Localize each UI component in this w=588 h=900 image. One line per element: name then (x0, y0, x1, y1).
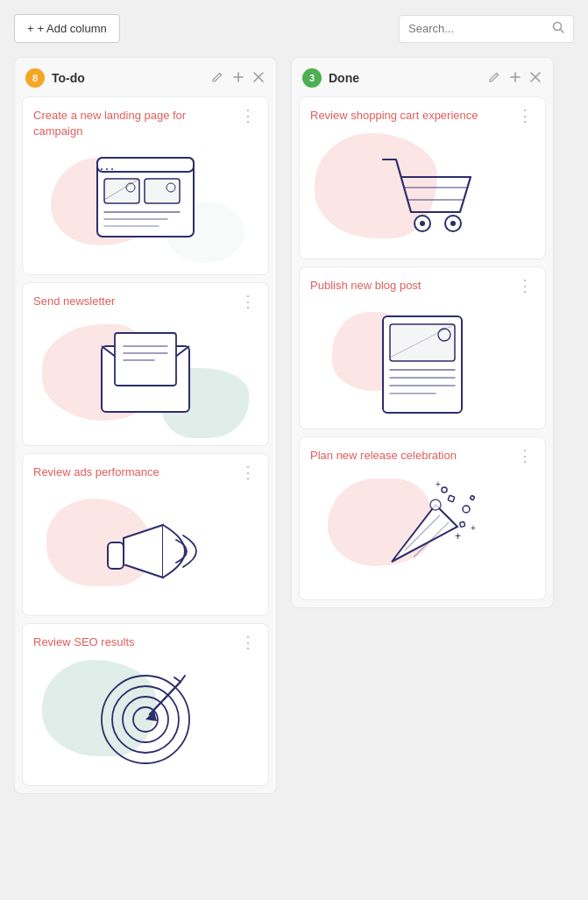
card-menu-button[interactable]: ⋮ (515, 108, 535, 124)
add-card-todo-button[interactable] (230, 69, 246, 87)
card-title: Review SEO results (33, 634, 238, 650)
svg-rect-55 (460, 521, 465, 527)
svg-point-61 (430, 500, 441, 510)
card-landing-page[interactable]: Create a new landing page for campaign ⋮ (22, 96, 269, 275)
card-seo[interactable]: Review SEO results ⋮ (22, 623, 269, 786)
svg-rect-53 (448, 495, 455, 502)
card-illustration-blog (310, 299, 535, 422)
top-bar: + + Add column (14, 14, 574, 43)
svg-text:+: + (436, 479, 441, 489)
search-box (399, 15, 574, 43)
columns-container: 8 To-do (14, 57, 574, 794)
todo-title: To-do (52, 71, 202, 85)
svg-text:+: + (471, 523, 476, 533)
todo-badge: 8 (25, 68, 45, 88)
close-column-done-button[interactable] (528, 70, 542, 86)
add-column-label: + Add column (38, 22, 107, 35)
svg-line-1 (561, 29, 564, 32)
add-card-done-button[interactable] (507, 69, 523, 87)
svg-point-54 (463, 506, 470, 513)
svg-point-42 (450, 221, 456, 226)
card-title: Create a new landing page for campaign (33, 108, 238, 139)
svg-rect-57 (470, 495, 474, 500)
card-illustration-cart (310, 129, 535, 252)
todo-actions (209, 69, 266, 87)
card-menu-button[interactable]: ⋮ (238, 294, 258, 309)
svg-rect-8 (101, 168, 103, 170)
search-input[interactable] (408, 22, 547, 35)
close-column-todo-button[interactable] (251, 70, 266, 86)
svg-rect-14 (145, 179, 180, 203)
card-menu-button[interactable]: ⋮ (238, 108, 258, 124)
card-ads[interactable]: Review ads performance ⋮ (22, 453, 269, 616)
todo-cards-list: Create a new landing page for campaign ⋮ (15, 96, 276, 786)
card-illustration-celebration: + + + (310, 470, 535, 592)
add-column-button[interactable]: + + Add column (14, 14, 120, 43)
card-cart[interactable]: Review shopping cart experience ⋮ (299, 96, 546, 259)
svg-rect-10 (111, 168, 113, 170)
column-header-done: 3 Done (292, 58, 553, 96)
card-menu-button[interactable]: ⋮ (238, 464, 258, 480)
card-illustration-seo (33, 656, 258, 778)
card-illustration-landing (33, 145, 258, 267)
svg-point-56 (442, 487, 447, 493)
column-header-todo: 8 To-do (15, 58, 276, 96)
done-title: Done (329, 71, 479, 85)
card-title: Send newsletter (33, 294, 238, 309)
column-done: 3 Done (291, 57, 554, 608)
card-title: Publish new blog post (310, 278, 515, 294)
svg-line-32 (181, 676, 185, 682)
plus-icon: + (27, 22, 34, 35)
done-badge: 3 (302, 68, 322, 88)
card-illustration-ads (33, 485, 258, 608)
card-title: Plan new release celebration (310, 448, 515, 464)
column-todo: 8 To-do (14, 57, 277, 794)
card-menu-button[interactable]: ⋮ (515, 278, 535, 294)
done-cards-list: Review shopping cart experience ⋮ (292, 96, 553, 600)
svg-text:+: + (455, 530, 461, 542)
card-blog[interactable]: Publish new blog post ⋮ (299, 266, 546, 429)
edit-column-todo-button[interactable] (209, 69, 225, 87)
svg-rect-44 (390, 324, 455, 361)
svg-rect-20 (115, 333, 176, 386)
card-title: Review ads performance (33, 464, 238, 480)
card-illustration-newsletter (33, 315, 258, 438)
card-title: Review shopping cart experience (310, 108, 515, 124)
svg-line-31 (174, 677, 181, 682)
svg-point-41 (420, 221, 425, 226)
done-actions (486, 69, 542, 87)
card-newsletter[interactable]: Send newsletter ⋮ (22, 282, 269, 445)
search-icon (552, 21, 564, 37)
edit-column-done-button[interactable] (486, 69, 502, 87)
card-menu-button[interactable]: ⋮ (515, 448, 535, 464)
svg-rect-24 (108, 542, 124, 569)
svg-rect-11 (104, 179, 139, 203)
card-menu-button[interactable]: ⋮ (238, 634, 258, 650)
svg-rect-9 (106, 168, 108, 170)
card-celebration[interactable]: Plan new release celebration ⋮ (299, 436, 546, 599)
